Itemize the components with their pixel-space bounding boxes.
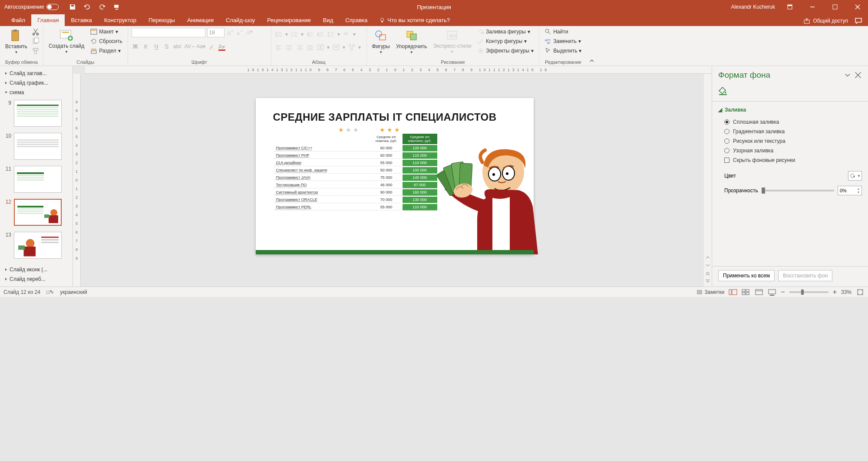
language-indicator[interactable]: украинский <box>60 289 87 295</box>
tell-me-search[interactable]: Что вы хотите сделать? <box>373 14 456 26</box>
new-slide-button[interactable]: Создать слайд ▼ <box>47 28 86 55</box>
minimize-button[interactable] <box>805 0 820 14</box>
normal-view-icon[interactable] <box>729 289 737 296</box>
maximize-button[interactable] <box>827 0 843 14</box>
slide-title-text[interactable]: СРЕДНИЕ ЗАРПЛАТЫ IT СПЕЦИАЛИСТОВ <box>273 111 497 123</box>
shape-effects-button[interactable]: Эффекты фигуры ▾ <box>475 47 535 55</box>
clear-format-icon[interactable]: A <box>245 29 253 36</box>
tab-review[interactable]: Рецензирование <box>261 14 317 26</box>
zoom-slider[interactable] <box>789 291 828 293</box>
user-name[interactable]: Alexandr Kucheruk <box>731 4 775 10</box>
thumb-11[interactable]: 11 <box>3 166 71 193</box>
scroll-up-icon[interactable] <box>705 254 711 260</box>
tab-file[interactable]: Файл <box>5 14 31 26</box>
zoom-level[interactable]: 33% <box>841 289 851 295</box>
comments-icon[interactable] <box>854 16 863 25</box>
shapes-button[interactable]: Фигуры▼ <box>370 28 392 55</box>
italic-button[interactable]: К <box>142 43 150 50</box>
transparency-slider[interactable] <box>762 190 834 191</box>
underline-button[interactable]: Ч <box>152 43 160 50</box>
section-collapsed-2[interactable]: Слайд график... <box>3 78 71 88</box>
close-button[interactable] <box>850 0 865 14</box>
section-collapsed-5[interactable]: Слайд переб... <box>3 274 71 284</box>
tab-help[interactable]: Справка <box>339 14 373 26</box>
undo-icon[interactable] <box>84 3 91 10</box>
align-text-icon[interactable] <box>332 43 340 51</box>
ribbon-display-options[interactable] <box>782 0 798 14</box>
line-spacing-icon[interactable] <box>327 30 335 38</box>
decrease-font-icon[interactable]: A <box>236 29 244 36</box>
tab-animations[interactable]: Анимация <box>181 14 220 26</box>
save-icon[interactable] <box>69 3 76 10</box>
radio-solid-fill[interactable]: Сплошная заливка <box>718 117 862 127</box>
quick-styles-button[interactable]: Abc Экспресс-стили▼ <box>431 28 473 55</box>
shadow-button[interactable]: abc <box>173 43 182 49</box>
share-button[interactable]: Общий доступ <box>800 16 851 26</box>
tab-slideshow[interactable]: Слайд-шоу <box>220 14 261 26</box>
align-center-icon[interactable] <box>285 43 293 51</box>
text-direction-icon[interactable]: ІА <box>343 30 350 38</box>
horizontal-ruler[interactable]: 16151413121110 9 8 7 6 5 4 3 2 1 0 1 2 3… <box>85 66 712 74</box>
apply-to-all-button[interactable]: Применить ко всем <box>718 270 775 281</box>
fill-section-header[interactable]: ◢Заливка <box>718 107 862 113</box>
tab-insert[interactable]: Вставка <box>65 14 98 26</box>
radio-picture-fill[interactable]: Рисунок или текстура <box>718 136 862 146</box>
font-highlight-icon[interactable] <box>208 43 216 50</box>
vertical-ruler[interactable]: 9876543210123456789 <box>73 74 81 286</box>
numbering-icon[interactable]: 123 <box>290 30 298 38</box>
next-slide-icon[interactable] <box>705 278 711 284</box>
tab-view[interactable]: Вид <box>317 14 340 26</box>
section-collapsed-4[interactable]: Слайд иконк (... <box>3 265 71 274</box>
toggle-switch[interactable] <box>46 4 59 10</box>
bold-button[interactable]: Ж <box>132 43 139 50</box>
increase-font-icon[interactable]: A <box>226 29 234 36</box>
char-spacing-button[interactable]: AV↔ <box>185 43 194 49</box>
thumb-10[interactable]: 10 <box>3 133 71 160</box>
font-color-button[interactable]: A▾ <box>218 43 228 50</box>
reset-button[interactable]: Сбросить <box>89 37 124 45</box>
layout-button[interactable]: Макет ▾ <box>89 28 124 36</box>
notes-button[interactable]: Заметки <box>696 289 724 295</box>
tab-design[interactable]: Конструктор <box>98 14 142 26</box>
fit-to-window-icon[interactable] <box>856 289 865 296</box>
fill-bucket-icon[interactable] <box>718 86 728 95</box>
section-button[interactable]: Раздел ▾ <box>89 47 124 55</box>
transparency-spinner[interactable]: 0%▲▼ <box>838 186 862 195</box>
slide-canvas[interactable]: СРЕДНИЕ ЗАРПЛАТЫ IT СПЕЦИАЛИСТОВ ★★★ ★★★… <box>256 98 534 254</box>
shape-outline-button[interactable]: Контур фигуры ▾ <box>475 37 535 45</box>
section-collapsed-1[interactable]: Слайд заглав... <box>3 69 71 78</box>
slide-thumbnails-panel[interactable]: Слайд заглав... Слайд график... схема 9 … <box>0 66 73 286</box>
align-right-icon[interactable] <box>296 43 304 51</box>
thumb-13[interactable]: 13 <box>3 232 71 259</box>
justify-icon[interactable] <box>306 43 314 51</box>
font-family-combo[interactable] <box>132 28 205 37</box>
decrease-indent-icon[interactable] <box>306 30 314 38</box>
thumb-9[interactable]: 9 <box>3 100 71 127</box>
sorter-view-icon[interactable] <box>742 289 750 296</box>
start-from-beginning-icon[interactable] <box>113 3 120 10</box>
slide-editor-area[interactable]: 16151413121110 9 8 7 6 5 4 3 2 1 0 1 2 3… <box>73 66 712 286</box>
pane-options-icon[interactable] <box>844 71 851 79</box>
spellcheck-icon[interactable]: □✎ <box>46 289 54 295</box>
change-case-button[interactable]: Aa▾ <box>197 43 205 49</box>
radio-pattern-fill[interactable]: Узорная заливка <box>718 146 862 155</box>
increase-indent-icon[interactable] <box>317 30 324 38</box>
section-expanded[interactable]: схема <box>3 88 71 97</box>
prev-slide-icon[interactable] <box>705 270 711 276</box>
arrange-button[interactable]: Упорядочить▼ <box>394 28 429 55</box>
radio-gradient-fill[interactable]: Градиентная заливка <box>718 127 862 136</box>
format-painter-icon[interactable] <box>32 47 40 55</box>
scroll-down-icon[interactable] <box>705 262 711 268</box>
zoom-in-button[interactable]: + <box>833 288 837 296</box>
tab-transitions[interactable]: Переходы <box>142 14 181 26</box>
redo-icon[interactable] <box>99 3 106 10</box>
tab-home[interactable]: Главная <box>31 14 65 26</box>
zoom-out-button[interactable]: − <box>781 288 785 296</box>
reading-view-icon[interactable] <box>755 289 763 296</box>
bullets-icon[interactable] <box>275 30 283 38</box>
copy-icon[interactable] <box>32 37 40 45</box>
collapse-ribbon-button[interactable] <box>587 26 597 66</box>
reset-background-button[interactable]: Восстановить фон <box>778 270 832 281</box>
thumb-12[interactable]: 12 <box>3 199 71 226</box>
find-button[interactable]: Найти <box>543 28 583 36</box>
